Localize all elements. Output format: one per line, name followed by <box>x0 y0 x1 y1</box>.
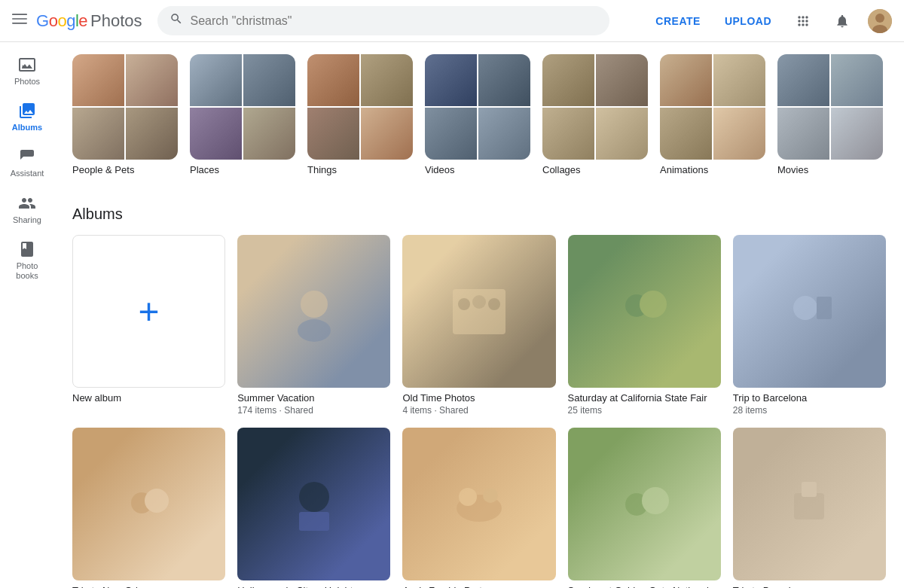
album-thumb-halloween <box>237 428 390 580</box>
album-ca-fair[interactable]: Saturday at California State Fair 25 ite… <box>568 235 721 416</box>
category-collages[interactable]: Collages <box>542 54 648 175</box>
album-new[interactable]: + New album <box>72 235 225 416</box>
category-label-people-pets: People & Pets <box>72 164 178 175</box>
album-thumb-summer <box>237 235 390 388</box>
category-videos[interactable]: Videos <box>425 54 530 175</box>
album-summer-vacation[interactable]: Summer Vacation 174 items · Shared <box>237 235 390 416</box>
album-golden-gate[interactable]: Sunday at Golden Gate National <box>568 428 721 588</box>
album-name-summer: Summer Vacation <box>237 392 390 404</box>
album-barcelona[interactable]: Trip to Barcelona 28 items <box>733 235 886 416</box>
new-album-thumb: + <box>72 235 225 388</box>
photobooks-icon <box>18 240 36 258</box>
search-icon <box>170 12 183 29</box>
svg-point-6 <box>301 291 328 318</box>
album-thumb-neworleans <box>72 428 225 580</box>
svg-point-21 <box>459 488 477 506</box>
new-album-plus-icon: + <box>139 294 160 330</box>
svg-point-18 <box>299 482 329 512</box>
album-name-fair: Saturday at California State Fair <box>568 392 721 404</box>
category-things[interactable]: Things <box>307 54 413 175</box>
albums-grid-row1: + New album Summer Vacation 174 items · … <box>72 235 886 416</box>
album-thumb-zombie <box>402 428 555 580</box>
album-meta-fair: 25 items <box>568 405 721 416</box>
album-barcelona2[interactable]: Trip to Barcelona <box>733 428 886 588</box>
album-thumb-fair <box>568 235 721 388</box>
album-zombie[interactable]: Ava's Zombie Party <box>402 428 555 588</box>
svg-rect-26 <box>802 482 817 497</box>
svg-rect-15 <box>817 297 832 319</box>
sidebar-item-photos[interactable]: Photos <box>6 50 48 93</box>
main-content: People & Pets Places <box>54 42 904 588</box>
menu-icon[interactable] <box>12 11 27 30</box>
sidebar-label-sharing: Sharing <box>13 215 41 225</box>
album-name-golden: Sunday at Golden Gate National <box>568 585 721 588</box>
svg-rect-25 <box>794 493 824 519</box>
album-thumb-golden <box>568 428 721 580</box>
svg-point-7 <box>298 319 331 342</box>
svg-rect-2 <box>12 23 27 24</box>
albums-icon <box>18 102 36 120</box>
album-name-oldtime: Old Time Photos <box>402 392 555 404</box>
sidebar-item-sharing[interactable]: Sharing <box>6 188 48 231</box>
logo-o1: o <box>49 11 58 30</box>
album-meta-oldtime: 4 items · Shared <box>402 405 555 416</box>
apps-icon[interactable] <box>789 8 817 35</box>
album-thumb-barcelona <box>733 235 886 388</box>
logo-photos-text: Photos <box>90 11 142 31</box>
svg-point-10 <box>472 295 486 309</box>
svg-point-11 <box>488 298 500 310</box>
sidebar-item-photobooks[interactable]: Photo books <box>6 234 48 287</box>
google-photos-logo[interactable]: Google Photos <box>36 11 142 31</box>
sidebar-item-assistant[interactable]: Assistant <box>6 142 48 184</box>
category-places[interactable]: Places <box>190 54 295 175</box>
album-name-barcelona: Trip to Barcelona <box>733 392 886 404</box>
svg-point-9 <box>458 298 470 310</box>
svg-point-14 <box>793 296 817 320</box>
notifications-icon[interactable] <box>829 8 856 35</box>
search-bar[interactable] <box>157 6 609 35</box>
svg-point-22 <box>483 488 498 503</box>
album-new-orleans[interactable]: Trip to New Orleans <box>72 428 225 588</box>
svg-point-24 <box>642 487 669 514</box>
logo-g2: g <box>66 11 75 30</box>
album-name-barcelona2: Trip to Barcelona <box>733 585 886 588</box>
albums-grid-row2: Trip to New Orleans Halloween in Citrus … <box>72 428 886 588</box>
create-button[interactable]: CREATE <box>649 12 707 30</box>
album-name-neworleans: Trip to New Orleans <box>72 585 225 588</box>
svg-rect-1 <box>12 18 27 20</box>
svg-point-17 <box>145 489 169 513</box>
album-old-time[interactable]: Old Time Photos 4 items · Shared <box>402 235 555 416</box>
svg-point-13 <box>640 291 667 318</box>
album-meta-barcelona: 28 items <box>733 405 886 416</box>
category-label-collages: Collages <box>542 164 648 175</box>
album-thumb-oldtime <box>402 235 555 388</box>
upload-button[interactable]: UPLOAD <box>719 12 777 30</box>
album-name-halloween: Halloween in Citrus Heights <box>237 585 390 588</box>
svg-rect-0 <box>12 14 27 15</box>
logo-e: e <box>78 11 87 30</box>
category-movies[interactable]: Movies <box>777 54 883 175</box>
album-halloween[interactable]: Halloween in Citrus Heights <box>237 428 390 588</box>
logo-g: G <box>36 11 49 30</box>
logo-o2: o <box>57 11 66 30</box>
sidebar-label-photobooks: Photo books <box>6 261 48 281</box>
assistant-icon <box>18 148 36 166</box>
search-input[interactable] <box>191 14 597 28</box>
sidebar-label-assistant: Assistant <box>11 169 44 178</box>
avatar[interactable] <box>868 9 892 33</box>
album-name-zombie: Ava's Zombie Party <box>402 585 555 588</box>
category-label-animations: Animations <box>660 164 765 175</box>
category-label-places: Places <box>190 164 295 175</box>
category-people-pets[interactable]: People & Pets <box>72 54 178 175</box>
albums-section-title: Albums <box>72 206 886 223</box>
category-animations[interactable]: Animations <box>660 54 765 175</box>
photos-icon <box>18 56 36 74</box>
category-label-things: Things <box>307 164 413 175</box>
sidebar-label-photos: Photos <box>14 77 40 87</box>
sidebar-item-albums[interactable]: Albums <box>6 96 48 139</box>
sharing-icon <box>18 194 36 212</box>
header-actions: CREATE UPLOAD <box>649 8 892 35</box>
sidebar: Photos Albums Assistant Sharing Photo bo… <box>0 42 54 588</box>
categories-row: People & Pets Places <box>72 54 886 181</box>
sidebar-label-albums: Albums <box>12 123 42 133</box>
